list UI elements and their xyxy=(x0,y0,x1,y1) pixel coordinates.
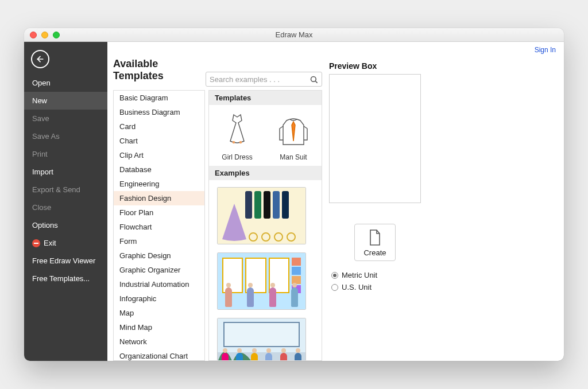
category-fashion-design[interactable]: Fashion Design xyxy=(114,191,204,205)
svg-line-1 xyxy=(315,81,317,83)
preview-box xyxy=(329,74,421,203)
sidebar-item-label: Free Templates... xyxy=(32,274,90,283)
category-business-diagram[interactable]: Business Diagram xyxy=(114,105,204,119)
no-entry-icon xyxy=(32,239,40,247)
sidebar-item-exit[interactable]: Exit xyxy=(24,234,107,252)
sidebar-item-options[interactable]: Options xyxy=(24,216,107,234)
window-title: Edraw Max xyxy=(24,30,564,39)
sidebar-item-label: Import xyxy=(32,168,53,176)
category-database[interactable]: Database xyxy=(114,162,204,177)
topbar: Sign In xyxy=(107,42,564,58)
category-list[interactable]: Basic DiagramBusiness DiagramCardChartCl… xyxy=(113,90,205,361)
back-button[interactable] xyxy=(31,50,49,68)
man-suit-icon xyxy=(273,112,314,149)
sidebar-item-print[interactable]: Print xyxy=(24,145,107,163)
radio-off-icon xyxy=(331,284,338,291)
radio-label: U.S. Unit xyxy=(342,283,372,291)
radio-on-icon xyxy=(331,272,338,279)
sidebar-item-label: Close xyxy=(32,203,51,212)
sidebar-item-label: Save xyxy=(32,114,49,123)
example-thumbnail[interactable] xyxy=(217,252,306,310)
sidebar-item-save[interactable]: Save xyxy=(24,110,107,127)
arrow-left-icon xyxy=(36,55,45,64)
category-flowchart[interactable]: Flowchart xyxy=(114,220,204,234)
sidebar-item-open[interactable]: Open xyxy=(24,74,107,92)
category-engineering[interactable]: Engineering xyxy=(114,177,204,191)
sidebar: OpenNewSaveSave AsPrintImportExport & Se… xyxy=(24,42,107,361)
sidebar-item-label: Options xyxy=(32,221,58,229)
sidebar-item-new[interactable]: New xyxy=(24,92,107,110)
girl-dress-icon xyxy=(217,112,257,149)
sidebar-item-save-as[interactable]: Save As xyxy=(24,127,107,145)
search-icon xyxy=(310,75,318,84)
category-basic-diagram[interactable]: Basic Diagram xyxy=(114,91,204,105)
document-icon xyxy=(368,229,382,246)
category-graphic-design[interactable]: Graphic Design xyxy=(114,248,204,263)
sidebar-item-label: Free Edraw Viewer xyxy=(32,256,95,265)
available-templates-header: Available Templates xyxy=(113,58,195,87)
unit-us-radio[interactable]: U.S. Unit xyxy=(329,281,421,293)
templates-section-header: Templates xyxy=(209,91,322,105)
category-form[interactable]: Form xyxy=(114,234,204,248)
example-thumbnail[interactable] xyxy=(217,187,306,244)
create-button[interactable]: Create xyxy=(354,224,396,261)
category-card[interactable]: Card xyxy=(114,119,204,134)
sidebar-item-free-edraw-viewer[interactable]: Free Edraw Viewer xyxy=(24,252,107,270)
category-network[interactable]: Network xyxy=(114,334,204,349)
template-label: Girl Dress xyxy=(222,153,252,161)
sidebar-item-close[interactable]: Close xyxy=(24,199,107,216)
category-floor-plan[interactable]: Floor Plan xyxy=(114,205,204,220)
template-man-suit[interactable]: Man Suit xyxy=(273,112,314,161)
category-industrial-automation[interactable]: Industrial Automation xyxy=(114,277,204,291)
sidebar-item-free-templates[interactable]: Free Templates... xyxy=(24,270,107,287)
svg-point-2 xyxy=(233,141,235,143)
preview-box-header: Preview Box xyxy=(329,58,421,74)
category-organizational-chart[interactable]: Organizational Chart xyxy=(114,349,204,361)
sidebar-item-label: New xyxy=(32,96,47,105)
examples-section-header: Examples xyxy=(209,166,322,180)
template-label: Man Suit xyxy=(280,153,307,161)
sign-in-link[interactable]: Sign In xyxy=(535,46,556,54)
category-graphic-organizer[interactable]: Graphic Organizer xyxy=(114,263,204,277)
window: Edraw Max OpenNewSaveSave AsPrintImportE… xyxy=(24,28,564,361)
category-infographic[interactable]: Infographic xyxy=(114,291,204,306)
category-mind-map[interactable]: Mind Map xyxy=(114,320,204,334)
category-clip-art[interactable]: Clip Art xyxy=(114,148,204,162)
sidebar-item-import[interactable]: Import xyxy=(24,163,107,181)
example-thumbnail[interactable] xyxy=(217,318,306,360)
svg-point-3 xyxy=(239,141,242,143)
sidebar-item-label: Open xyxy=(32,79,51,87)
sidebar-item-label: Print xyxy=(32,150,48,158)
sidebar-item-export-send[interactable]: Export & Send xyxy=(24,181,107,199)
sidebar-item-label: Save As xyxy=(32,132,60,141)
template-girl-dress[interactable]: Girl Dress xyxy=(217,112,257,161)
search-templates[interactable] xyxy=(206,72,322,87)
unit-metric-radio[interactable]: Metric Unit xyxy=(329,269,421,281)
template-gallery[interactable]: Templates xyxy=(209,91,322,360)
create-label: Create xyxy=(363,248,386,257)
titlebar: Edraw Max xyxy=(24,28,564,42)
category-chart[interactable]: Chart xyxy=(114,134,204,148)
radio-label: Metric Unit xyxy=(342,271,377,279)
category-map[interactable]: Map xyxy=(114,306,204,320)
sidebar-item-label: Exit xyxy=(44,239,56,247)
sidebar-item-label: Export & Send xyxy=(32,185,80,194)
search-input[interactable] xyxy=(210,75,306,84)
